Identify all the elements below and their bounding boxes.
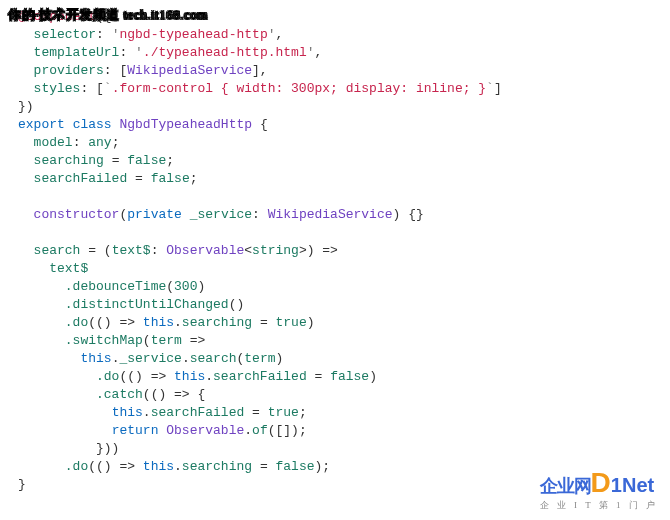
kw-this: this — [143, 315, 174, 330]
key-templateurl: templateUrl — [34, 45, 120, 60]
chain-do-2: .do — [96, 369, 119, 384]
chain-switchmap: .switchMap — [65, 333, 143, 348]
decorator-close: }) — [18, 99, 34, 114]
kw-class: class — [73, 117, 112, 132]
cls-observable: Observable — [166, 423, 244, 438]
prop-searchfailed-ref2: searchFailed — [151, 405, 245, 420]
logo-rest: 1Net — [611, 474, 654, 496]
chain-do-1: .do — [65, 315, 88, 330]
arg-term: term — [244, 351, 275, 366]
code-block: @Component({ selector: 'ngbd-typeahead-h… — [0, 0, 670, 502]
selector-string: ngbd-typeahead-http — [119, 27, 267, 42]
prop-search: search — [34, 243, 81, 258]
kw-this: this — [174, 369, 205, 384]
styles-string: .form-control { width: 300px; display: i… — [112, 81, 486, 96]
logo-sub: 企 业 I T 第 1 门 户 — [540, 499, 658, 512]
constructor: constructor — [34, 207, 120, 222]
kw-private: private — [127, 207, 182, 222]
bool-false: false — [127, 153, 166, 168]
class-name: NgbdTypeaheadHttp — [119, 117, 252, 132]
prop-searching-ref: searching — [182, 315, 252, 330]
templateurl-string: ./typeahead-http.html — [143, 45, 307, 60]
prop-searchfailed-ref: searchFailed — [213, 369, 307, 384]
prop-model: model — [34, 135, 73, 150]
bool-true: true — [268, 405, 299, 420]
type-wikipedia: WikipediaService — [268, 207, 393, 222]
logo-cn: 企业网 — [540, 476, 591, 496]
method-of: of — [252, 423, 268, 438]
provider-class: WikipediaService — [127, 63, 252, 78]
logo-d1net: 企业网D1Net 企 业 I T 第 1 门 户 — [540, 473, 658, 512]
chain-distinct: .distinctUntilChanged — [65, 297, 229, 312]
kw-this: this — [112, 405, 143, 420]
chain-catch: .catch — [96, 387, 143, 402]
watermark-top: 你的·技术开发频道 tech.it168.com — [8, 6, 208, 24]
method-search: search — [190, 351, 237, 366]
param-term: term — [151, 333, 182, 348]
chain-do-3: .do — [65, 459, 88, 474]
kw-this: this — [80, 351, 111, 366]
ref-service: _service — [119, 351, 181, 366]
key-styles: styles — [34, 81, 81, 96]
type-string: string — [252, 243, 299, 258]
type-any: any — [88, 135, 111, 150]
key-providers: providers — [34, 63, 104, 78]
kw-return: return — [112, 423, 159, 438]
num-300: 300 — [174, 279, 197, 294]
prop-searching: searching — [34, 153, 104, 168]
kw-export: export — [18, 117, 65, 132]
brace-open: { — [260, 117, 268, 132]
param-text: text$ — [112, 243, 151, 258]
type-observable: Observable — [166, 243, 244, 258]
bool-true: true — [276, 315, 307, 330]
param-service: _service — [190, 207, 252, 222]
chain-debounce: .debounceTime — [65, 279, 166, 294]
bool-false: false — [330, 369, 369, 384]
bool-false: false — [276, 459, 315, 474]
key-selector: selector — [34, 27, 96, 42]
var-text: text$ — [49, 261, 88, 276]
logo-d-letter: D — [591, 467, 611, 498]
prop-searchfailed: searchFailed — [34, 171, 128, 186]
bool-false: false — [151, 171, 190, 186]
kw-this: this — [143, 459, 174, 474]
prop-searching-ref2: searching — [182, 459, 252, 474]
